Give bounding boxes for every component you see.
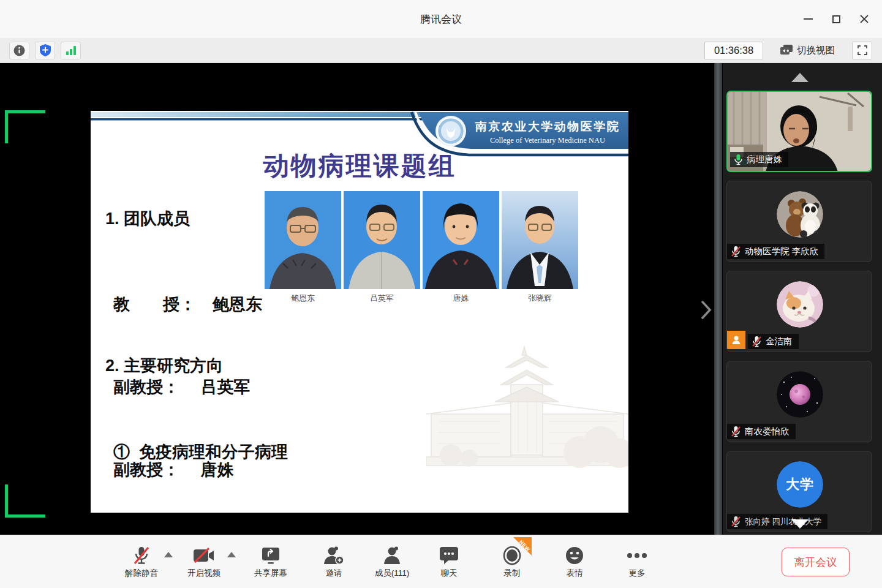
- team-heading: 1. 团队成员: [105, 208, 190, 230]
- meeting-info-button[interactable]: [9, 42, 29, 59]
- invite-button[interactable]: 邀请: [307, 545, 361, 579]
- research-item: ① 免疫病理和分子病理: [113, 439, 404, 466]
- bottom-control-bar: 解除静音 开启视频 共享屏幕: [0, 535, 882, 588]
- switch-view-icon: [780, 45, 793, 56]
- record-button[interactable]: NEW 录制: [485, 545, 539, 579]
- start-video-button[interactable]: 开启视频: [177, 545, 231, 579]
- chat-label: 聊天: [441, 568, 458, 579]
- team-photo-row: 鲍恩东 吕英军: [265, 191, 578, 304]
- participant-name: 张向婷 四川农业大学: [745, 516, 821, 527]
- participant-name: 金洁南: [766, 336, 793, 347]
- portrait-caption: 唐姝: [423, 293, 499, 304]
- fullscreen-button[interactable]: [852, 42, 872, 59]
- share-screen-button[interactable]: 共享屏幕: [244, 545, 298, 579]
- mic-options-caret[interactable]: [164, 552, 173, 557]
- meeting-toolbar: 01:36:38 切换视图: [0, 38, 882, 63]
- more-button[interactable]: 更多: [610, 545, 664, 579]
- record-icon: [502, 546, 522, 565]
- mic-muted-icon: [731, 246, 741, 257]
- info-icon: [13, 45, 25, 56]
- photo-card: 张晓辉: [502, 191, 578, 304]
- person-badge-icon: [731, 334, 742, 345]
- mic-muted-icon: [731, 426, 741, 437]
- network-signal-icon: [66, 45, 77, 56]
- minimize-icon: [804, 18, 813, 20]
- participant-role-badge: [727, 331, 745, 349]
- scroll-down-arrow[interactable]: [791, 519, 809, 529]
- share-corner-top: [5, 110, 45, 113]
- meeting-timer: 01:36:38: [704, 42, 763, 59]
- participant-tile[interactable]: 病理唐姝: [726, 91, 872, 172]
- close-icon: [859, 14, 869, 24]
- photo-card: 唐姝: [423, 191, 499, 304]
- participant-name: 动物医学院 李欣欣: [745, 246, 818, 257]
- maximize-icon: [832, 15, 840, 23]
- start-video-label: 开启视频: [187, 568, 221, 579]
- network-status-button[interactable]: [61, 42, 81, 59]
- participant-name-strip: 南农娄怡欣: [727, 424, 796, 439]
- unmute-label: 解除静音: [125, 568, 158, 579]
- participant-name-strip: 金洁南: [748, 334, 799, 349]
- members-label: 成员(111): [375, 568, 410, 579]
- participant-tile[interactable]: 金洁南: [726, 271, 872, 352]
- portrait-caption: 鲍恩东: [265, 293, 341, 304]
- switch-view-button[interactable]: 切换视图: [775, 42, 840, 59]
- mic-muted-icon: [133, 546, 150, 565]
- portrait-photo: [423, 191, 499, 289]
- emoji-button[interactable]: 表情: [548, 545, 601, 579]
- participant-name: 病理唐姝: [747, 154, 782, 165]
- shared-screen-slide: 南京农业大学动物医学院 College of Veterinary Medici…: [91, 111, 628, 513]
- participant-avatar: 大学: [777, 461, 823, 508]
- unmute-button[interactable]: 解除静音: [115, 545, 168, 579]
- photo-card: 鲍恩东: [265, 191, 341, 304]
- close-button[interactable]: [850, 5, 878, 33]
- photo-card: 吕英军: [344, 191, 420, 304]
- research-lines: ① 免疫病理和分子病理 ② 应激的分子机制及抗应激药物筛选 ③ 病原致病机制，病…: [113, 384, 404, 513]
- share-corner-bottom: [5, 514, 45, 518]
- participant-name-strip: 病理唐姝: [730, 152, 788, 167]
- fullscreen-icon: [858, 45, 867, 55]
- more-dots-icon: [627, 552, 647, 559]
- participant-name-strip: 动物医学院 李欣欣: [727, 244, 824, 259]
- participant-tile[interactable]: 南农娄怡欣: [726, 361, 872, 442]
- portrait-photo: [502, 191, 578, 289]
- portrait-photo: [344, 191, 420, 289]
- chat-button[interactable]: 聊天: [422, 545, 476, 579]
- participant-name-strip: 张向婷 四川农业大学: [727, 514, 827, 529]
- participant-name: 南农娄怡欣: [745, 426, 790, 437]
- sidebar-collapse-chevron[interactable]: [699, 300, 713, 320]
- avatar-initials: 大学: [777, 461, 823, 508]
- scroll-up-arrow[interactable]: [791, 73, 809, 82]
- video-options-caret[interactable]: [227, 552, 236, 557]
- camera-muted-icon: [193, 548, 215, 564]
- maximize-button[interactable]: [822, 5, 850, 33]
- participant-sidebar: 病理唐姝: [723, 63, 882, 535]
- security-shield-icon: [40, 44, 51, 56]
- window-title: 腾讯会议: [420, 12, 462, 26]
- main-stage: 南京农业大学动物医学院 College of Veterinary Medici…: [0, 63, 882, 535]
- university-subtitle: College of Veterinary Medicine NAU: [470, 136, 625, 145]
- university-identity: 南京农业大学动物医学院 College of Veterinary Medici…: [470, 119, 625, 145]
- smiley-icon: [565, 546, 584, 565]
- chat-bubble-icon: [439, 546, 459, 565]
- building-watermark: [426, 336, 628, 510]
- record-label: 录制: [504, 568, 521, 579]
- slide-title: 动物病理课题组: [91, 149, 628, 183]
- minimize-button[interactable]: [794, 5, 822, 33]
- security-button[interactable]: [35, 42, 55, 59]
- share-corner-top-v: [5, 110, 8, 143]
- mic-muted-icon: [731, 516, 741, 527]
- participant-tile[interactable]: 动物医学院 李欣欣: [726, 181, 872, 262]
- members-icon: [382, 546, 402, 565]
- portrait-photo: [265, 191, 341, 289]
- participant-avatar: [777, 281, 823, 328]
- members-button[interactable]: 成员(111): [365, 545, 419, 579]
- emoji-label: 表情: [567, 568, 583, 579]
- research-heading: 2. 主要研究方向: [105, 355, 223, 377]
- mic-on-icon: [734, 154, 743, 165]
- leave-meeting-button[interactable]: 离开会议: [782, 548, 850, 576]
- sidebar-resizer[interactable]: [714, 63, 722, 535]
- portrait-caption: 吕英军: [344, 293, 420, 304]
- invite-label: 邀请: [326, 568, 342, 579]
- share-screen-icon: [260, 546, 281, 565]
